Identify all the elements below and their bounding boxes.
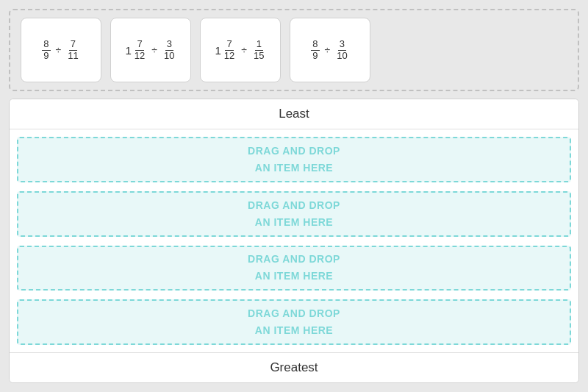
drop-zones-container: DRAG AND DROP AN ITEM HERE DRAG AND DROP… [10, 129, 578, 352]
fraction-card-1[interactable]: 8 9 ÷ 7 11 [21, 18, 101, 82]
fraction-card-2[interactable]: 1 7 12 ÷ 3 10 [110, 18, 191, 82]
frac-7-12-a: 7 12 [133, 39, 146, 61]
frac-1-15: 1 15 [252, 39, 265, 61]
drop-zone-1-text: DRAG AND DROP [248, 143, 340, 159]
frac-8-9: 8 9 [42, 39, 50, 61]
drop-zone-1[interactable]: DRAG AND DROP AN ITEM HERE [17, 137, 571, 182]
mixed-1: 1 7 12 [126, 39, 147, 61]
frac-3-10-a: 3 10 [162, 39, 176, 61]
frac-3-10-b: 3 10 [335, 39, 348, 61]
frac-8-9-b: 8 9 [311, 39, 319, 61]
drop-zone-4-text: DRAG AND DROP [248, 306, 340, 321]
drop-zone-2-text: DRAG AND DROP [248, 198, 340, 213]
frac-7-11: 7 11 [66, 39, 79, 61]
div-sym-3: ÷ [241, 44, 247, 56]
div-sym-1: ÷ [56, 44, 62, 56]
drop-zone-1-text-2: AN ITEM HERE [255, 160, 333, 176]
div-sym-2: ÷ [151, 44, 157, 56]
least-label: Least [10, 99, 578, 129]
ordering-area: Least DRAG AND DROP AN ITEM HERE DRAG AN… [9, 99, 579, 383]
fraction-card-4[interactable]: 8 9 ÷ 3 10 [290, 18, 370, 82]
drop-zone-4-text-2: AN ITEM HERE [255, 323, 333, 338]
fraction-card-3[interactable]: 1 7 12 ÷ 1 15 [200, 18, 281, 82]
div-sym-4: ÷ [325, 44, 331, 56]
drop-zone-2-text-2: AN ITEM HERE [255, 215, 333, 230]
greatest-label: Greatest [10, 352, 578, 382]
mixed-2: 1 7 12 [215, 39, 237, 61]
drop-zone-2[interactable]: DRAG AND DROP AN ITEM HERE [17, 191, 571, 237]
drop-zone-3[interactable]: DRAG AND DROP AN ITEM HERE [17, 246, 571, 291]
card-tray: 8 9 ÷ 7 11 1 7 12 ÷ 3 10 [9, 9, 579, 91]
drop-zone-3-text-2: AN ITEM HERE [255, 268, 333, 284]
drop-zone-4[interactable]: DRAG AND DROP AN ITEM HERE [17, 299, 571, 345]
frac-7-12-b: 7 12 [223, 39, 236, 61]
drop-zone-3-text: DRAG AND DROP [248, 252, 340, 267]
